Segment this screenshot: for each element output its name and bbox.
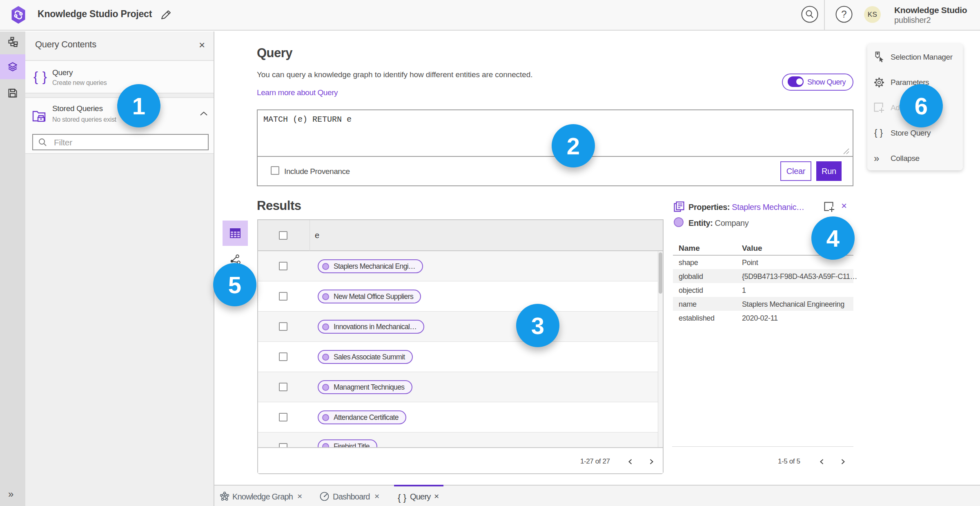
svg-text:?: ? [841, 9, 846, 20]
